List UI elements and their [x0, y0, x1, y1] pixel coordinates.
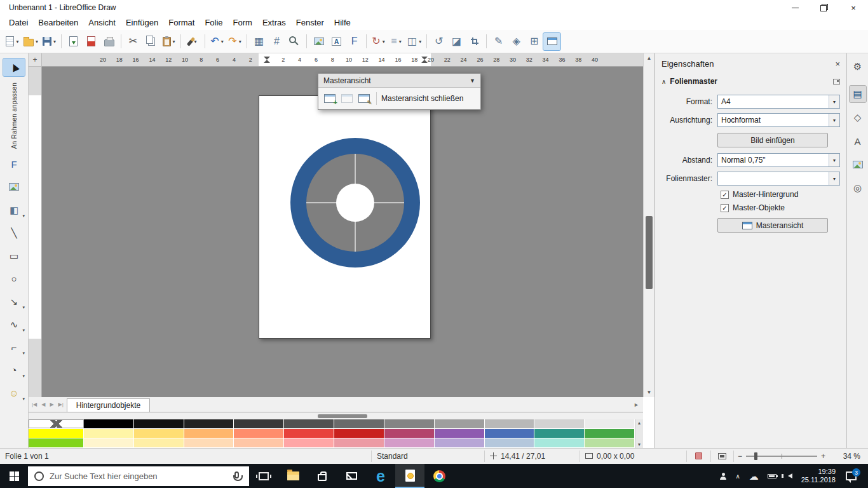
- horizontal-scrollbar-thumb[interactable]: [318, 414, 367, 418]
- restore-button[interactable]: [810, 0, 839, 15]
- styles-deck-icon[interactable]: A: [850, 133, 866, 149]
- print-button[interactable]: [100, 33, 118, 50]
- insert-text-box-button[interactable]: A: [328, 33, 345, 50]
- microphone-icon[interactable]: [234, 471, 239, 478]
- rotate-button[interactable]: ↺: [430, 33, 447, 50]
- master-slide-select[interactable]: ▾: [717, 172, 840, 186]
- battery-icon[interactable]: [768, 474, 776, 478]
- people-icon[interactable]: [720, 473, 726, 480]
- palette-scroll-down-icon[interactable]: ▼: [637, 442, 642, 447]
- vertical-scrollbar[interactable]: ▲ ▼: [643, 53, 654, 397]
- close-master-view-button[interactable]: Masteransicht schließen: [381, 94, 463, 103]
- insert-image-button[interactable]: [310, 33, 327, 50]
- donut-hole-circle[interactable]: [336, 184, 374, 222]
- no-fill-swatch[interactable]: [29, 419, 84, 428]
- color-swatch[interactable]: [435, 438, 485, 447]
- vertical-scrollbar-thumb[interactable]: [646, 216, 653, 289]
- color-swatch[interactable]: [134, 438, 184, 447]
- menu-einfgen[interactable]: Einfügen: [121, 17, 163, 29]
- color-swatch[interactable]: [485, 429, 535, 438]
- toolbar-menu-dropdown-icon[interactable]: ▼: [470, 78, 475, 84]
- helplines-while-moving-button[interactable]: ⊞: [526, 33, 543, 50]
- scroll-down-icon[interactable]: ▼: [644, 390, 654, 395]
- color-swatch[interactable]: [435, 429, 485, 438]
- color-swatch[interactable]: [184, 438, 234, 447]
- select-button[interactable]: ▶: [3, 58, 25, 76]
- master-view-button[interactable]: Masteransicht: [717, 218, 828, 233]
- horizontal-scrollbar[interactable]: [29, 412, 643, 419]
- horizontal-ruler[interactable]: 2018161412108642246810121416182022242628…: [42, 53, 643, 67]
- undo-button[interactable]: ↶▾: [208, 33, 226, 50]
- chrome-button[interactable]: [424, 464, 454, 488]
- navigator-deck-icon[interactable]: ◎: [850, 180, 866, 196]
- menu-ansicht[interactable]: Ansicht: [83, 17, 121, 29]
- section-folienmaster[interactable]: ∧ Folienmaster: [655, 72, 846, 90]
- ruler-origin-corner[interactable]: +: [29, 53, 42, 67]
- transformations-button[interactable]: ↻▾: [370, 33, 387, 50]
- hidden-icons-chevron-icon[interactable]: ∧: [735, 473, 740, 480]
- open-button[interactable]: ▾: [22, 33, 40, 50]
- chevron-down-icon[interactable]: ▾: [829, 172, 839, 185]
- format-select[interactable]: A4 ▾: [717, 95, 840, 109]
- glue-points-button[interactable]: ◈: [508, 33, 525, 50]
- zoom-level[interactable]: 34 %: [829, 452, 868, 461]
- color-swatch[interactable]: [284, 438, 334, 447]
- color-swatch[interactable]: [334, 429, 384, 438]
- fontwork-text-button[interactable]: F: [3, 155, 25, 173]
- volume-icon[interactable]: [788, 473, 792, 478]
- connector-button[interactable]: ⌐▾: [3, 338, 25, 356]
- clock[interactable]: 19:39 25.11.2018: [801, 468, 836, 484]
- zoom-button[interactable]: [286, 33, 303, 50]
- master-view-toolbar-header[interactable]: Masteransicht ▼: [318, 74, 480, 88]
- master-view-toggle-button[interactable]: [543, 33, 560, 50]
- fill-style-button[interactable]: ◧▾: [3, 201, 25, 219]
- color-swatch[interactable]: [534, 419, 585, 428]
- master-objects-checkbox[interactable]: ✓ Master-Objekte: [721, 203, 840, 212]
- color-swatch[interactable]: [435, 419, 485, 428]
- crop-image-button[interactable]: [466, 33, 483, 50]
- insert-image-button[interactable]: Bild einfügen: [717, 133, 828, 147]
- edit-points-button[interactable]: ✎: [490, 33, 507, 50]
- tab-scroll-right-icon[interactable]: ►: [634, 402, 643, 412]
- redo-button[interactable]: ↷▾: [226, 33, 243, 50]
- minimize-button[interactable]: [780, 0, 810, 15]
- menu-datei[interactable]: Datei: [4, 17, 33, 29]
- margin-select[interactable]: Normal 0,75" ▾: [717, 153, 840, 167]
- color-swatch[interactable]: [384, 419, 435, 428]
- color-swatch[interactable]: [84, 438, 134, 447]
- gallery-deck-icon[interactable]: [850, 156, 866, 173]
- arc-segment-button[interactable]: ◔▾: [3, 361, 25, 379]
- layer-nav-next-icon[interactable]: ▶: [48, 402, 55, 407]
- layer-nav-last-icon[interactable]: ▶|: [57, 402, 65, 407]
- onedrive-cloud-icon[interactable]: ☁: [749, 471, 759, 481]
- color-swatch[interactable]: [29, 429, 84, 438]
- color-swatch[interactable]: [534, 438, 585, 447]
- color-swatch[interactable]: [134, 419, 184, 428]
- align-objects-button[interactable]: ≡▾: [388, 33, 405, 50]
- color-swatch[interactable]: [284, 419, 334, 428]
- action-center-icon[interactable]: 3: [846, 471, 857, 480]
- arrange-button[interactable]: ◫▾: [405, 33, 423, 50]
- task-view-button[interactable]: [249, 464, 278, 488]
- color-swatch[interactable]: [585, 438, 635, 447]
- start-button[interactable]: [0, 464, 28, 488]
- zoom-in-button[interactable]: +: [821, 452, 825, 461]
- menu-fenster[interactable]: Fenster: [291, 17, 329, 29]
- file-explorer-button[interactable]: [278, 464, 308, 488]
- color-swatch[interactable]: [334, 438, 384, 447]
- color-swatch[interactable]: [485, 419, 535, 428]
- color-swatch[interactable]: [384, 429, 435, 438]
- zoom-slider-thumb[interactable]: [754, 452, 757, 460]
- menu-bearbeiten[interactable]: Bearbeiten: [33, 17, 83, 29]
- master-background-checkbox[interactable]: ✓ Master-Hintergrund: [721, 190, 840, 199]
- drawing-canvas[interactable]: Masteransicht ▼ Masteransicht schließen: [42, 67, 643, 397]
- libreoffice-draw-button[interactable]: [395, 464, 424, 488]
- curve-button[interactable]: ∿▾: [3, 315, 25, 333]
- menu-format[interactable]: Format: [163, 17, 200, 29]
- copy-button[interactable]: [142, 33, 159, 50]
- menu-hilfe[interactable]: Hilfe: [329, 17, 356, 29]
- color-swatch[interactable]: [534, 429, 585, 438]
- insert-image-button[interactable]: [3, 178, 25, 196]
- color-swatch[interactable]: [84, 429, 134, 438]
- taskbar-search-input[interactable]: Zur Suche Text hier eingeben: [28, 466, 249, 486]
